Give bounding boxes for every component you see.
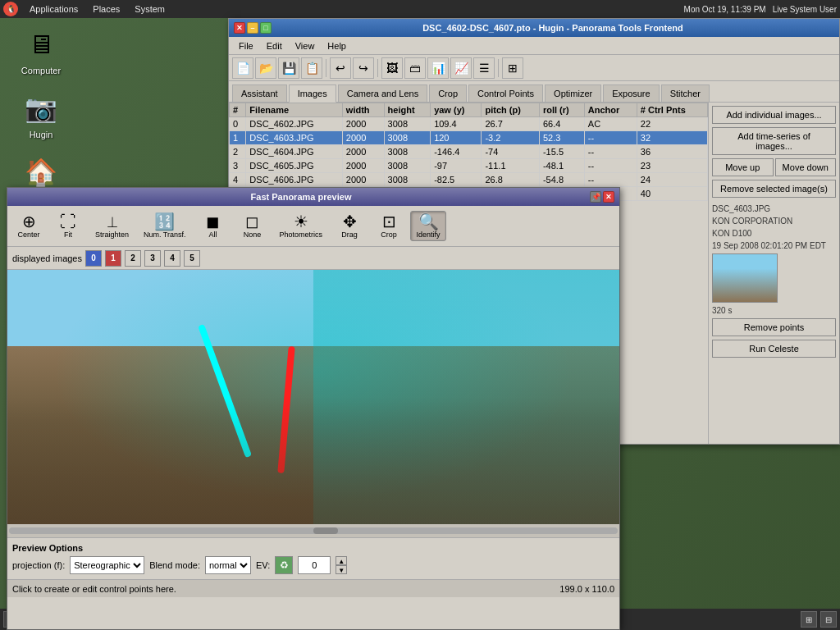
toolbar-btn4[interactable]: 🗃 bbox=[404, 57, 426, 79]
table-row[interactable]: 2DSC_4604.JPG20003008-146.4-74-15.5--36 bbox=[230, 145, 708, 159]
table-row[interactable]: 4DSC_4606.JPG20003008-82.526.8-54.8--24 bbox=[230, 173, 708, 187]
thumbnail-area: DSC_4603.JPG KON CORPORATION KON D100 19… bbox=[712, 204, 836, 315]
hugin-maximize-button[interactable]: □ bbox=[260, 22, 272, 34]
ev-down-button[interactable]: ▼ bbox=[336, 565, 347, 574]
computer-icon[interactable]: 🖥 Computer bbox=[8, 25, 74, 75]
straighten-label: Straighten bbox=[95, 231, 129, 239]
add-timeseries-button[interactable]: Add time-series of images... bbox=[712, 127, 836, 155]
tab-control-points[interactable]: Control Points bbox=[468, 84, 543, 102]
tool-fit[interactable]: ⛶ Fit bbox=[50, 211, 86, 241]
ev-icon-button[interactable]: ♻ bbox=[275, 556, 293, 574]
fedora-icon[interactable]: 🐧 bbox=[3, 2, 18, 16]
tab-images[interactable]: Images bbox=[289, 84, 336, 103]
table-cell: 3008 bbox=[384, 117, 431, 131]
image-num-5[interactable]: 5 bbox=[184, 250, 200, 267]
applications-menu[interactable]: Applications bbox=[23, 2, 84, 16]
toolbar-open[interactable]: 📂 bbox=[255, 57, 276, 79]
preview-pin-button[interactable]: 📌 bbox=[590, 191, 601, 203]
center-icon: ⊕ bbox=[22, 213, 36, 230]
tab-assistant[interactable]: Assistant bbox=[232, 84, 287, 102]
displayed-images-label: displayed images bbox=[12, 253, 82, 263]
toolbar-sep1 bbox=[326, 59, 326, 77]
hugin-close-button[interactable]: ✕ bbox=[234, 22, 245, 34]
view-menu[interactable]: View bbox=[289, 39, 322, 52]
tool-num-transf[interactable]: 🔢 Num. Transf. bbox=[138, 211, 192, 241]
file-menu[interactable]: File bbox=[232, 39, 260, 52]
preview-canvas[interactable] bbox=[7, 270, 619, 524]
table-cell: 40 bbox=[637, 187, 707, 201]
toolbar-btn8[interactable]: ⊞ bbox=[502, 57, 523, 79]
thumb-exposure: 320 s bbox=[712, 306, 836, 315]
col-roll: roll (r) bbox=[539, 103, 584, 117]
image-num-2[interactable]: 2 bbox=[125, 250, 141, 267]
preview-options-row: projection (f): Stereographic Blend mode… bbox=[12, 556, 614, 574]
ev-input[interactable] bbox=[298, 556, 331, 574]
table-cell: 109.4 bbox=[431, 117, 482, 131]
preview-statusbar: Click to create or edit control points h… bbox=[7, 579, 619, 597]
tool-photometrics[interactable]: ☀ Photometrics bbox=[274, 211, 329, 241]
table-cell: 2000 bbox=[342, 131, 384, 145]
table-row[interactable]: 0DSC_4602.JPG20003008109.426.766.4AC22 bbox=[230, 117, 708, 131]
hugin-titlebar-buttons: ✕ – □ bbox=[234, 22, 272, 34]
thumb-date: 19 Sep 2008 02:01:20 PM EDT bbox=[712, 241, 836, 250]
table-row[interactable]: 1DSC_4603.JPG20003008120-3.252.3--32 bbox=[230, 131, 708, 145]
col-pitch: pitch (p) bbox=[482, 103, 540, 117]
places-menu[interactable]: Places bbox=[86, 2, 126, 16]
col-filename: Filename bbox=[246, 103, 342, 117]
image-num-0[interactable]: 0 bbox=[85, 250, 102, 267]
tab-optimizer[interactable]: Optimizer bbox=[545, 84, 601, 102]
tool-drag[interactable]: ✥ Drag bbox=[331, 211, 368, 241]
toolbar-undo[interactable]: ↩ bbox=[330, 57, 351, 79]
thumb-make: KON CORPORATION bbox=[712, 217, 836, 226]
toolbar-btn3[interactable]: 🖼 bbox=[381, 57, 403, 79]
hugin-icon[interactable]: 📷 Hugin bbox=[8, 89, 74, 139]
tool-center[interactable]: ⊕ Center bbox=[11, 211, 47, 241]
tab-stitcher[interactable]: Stitcher bbox=[661, 84, 710, 102]
add-images-button[interactable]: Add individual images... bbox=[712, 106, 836, 124]
help-menu[interactable]: Help bbox=[321, 39, 353, 52]
tool-crop[interactable]: ⊡ Crop bbox=[371, 211, 407, 241]
tab-crop[interactable]: Crop bbox=[429, 84, 467, 102]
toolbar-new[interactable]: 📄 bbox=[232, 57, 253, 79]
table-cell: DSC_4604.JPG bbox=[246, 145, 342, 159]
toolbar-redo[interactable]: ↪ bbox=[353, 57, 374, 79]
table-cell: -54.8 bbox=[539, 173, 584, 187]
toolbar-btn7[interactable]: ☰ bbox=[473, 57, 495, 79]
toolbar-btn6[interactable]: 📈 bbox=[450, 57, 472, 79]
col-ctrlpnts: # Ctrl Pnts bbox=[637, 103, 707, 117]
tool-identify[interactable]: 🔍 Identify bbox=[410, 211, 446, 241]
tab-camera-lens[interactable]: Camera and Lens bbox=[338, 84, 427, 102]
ev-up-button[interactable]: ▲ bbox=[336, 556, 347, 565]
scrollbar-thumb[interactable] bbox=[313, 527, 338, 534]
preview-close-button[interactable]: ✕ bbox=[603, 191, 614, 203]
image-num-1[interactable]: 1 bbox=[105, 250, 121, 267]
toolbar-save[interactable]: 💾 bbox=[278, 57, 299, 79]
toolbar-saveas[interactable]: 📋 bbox=[301, 57, 322, 79]
image-num-3[interactable]: 3 bbox=[144, 250, 161, 267]
blend-select[interactable]: normal bbox=[205, 556, 251, 574]
system-menu[interactable]: System bbox=[128, 2, 171, 16]
projection-select[interactable]: Stereographic bbox=[70, 556, 144, 574]
tab-exposure[interactable]: Exposure bbox=[603, 84, 659, 102]
taskbar-show-desktop[interactable]: ⊞ bbox=[801, 611, 817, 628]
tool-all[interactable]: ◼ All bbox=[195, 211, 231, 241]
preview-scrollbar[interactable] bbox=[7, 524, 619, 537]
image-num-4[interactable]: 4 bbox=[164, 250, 180, 267]
tool-straighten[interactable]: ⟂ Straighten bbox=[89, 211, 135, 241]
run-celeste-button[interactable]: Run Celeste bbox=[712, 340, 836, 358]
table-cell: -48.1 bbox=[539, 159, 584, 173]
hugin-titlebar: ✕ – □ DSC_4602-DSC_4607.pto - Hugin - Pa… bbox=[229, 19, 839, 37]
table-row[interactable]: 3DSC_4605.JPG20003008-97-11.1-48.1--23 bbox=[230, 159, 708, 173]
desktop: 🐧 Applications Places System Mon Oct 19,… bbox=[0, 0, 840, 630]
preview-options: Preview Options projection (f): Stereogr… bbox=[7, 537, 619, 579]
move-up-button[interactable]: Move up bbox=[712, 158, 774, 176]
tool-none[interactable]: ◻ None bbox=[235, 211, 271, 241]
edit-menu[interactable]: Edit bbox=[260, 39, 289, 52]
table-cell: 2000 bbox=[342, 159, 384, 173]
taskbar-workspace[interactable]: ⊟ bbox=[820, 611, 837, 628]
hugin-minimize-button[interactable]: – bbox=[247, 22, 258, 34]
remove-points-button[interactable]: Remove points bbox=[712, 318, 836, 336]
toolbar-btn5[interactable]: 📊 bbox=[427, 57, 449, 79]
remove-selected-button[interactable]: Remove selected image(s) bbox=[712, 180, 836, 198]
move-down-button[interactable]: Move down bbox=[775, 158, 837, 176]
